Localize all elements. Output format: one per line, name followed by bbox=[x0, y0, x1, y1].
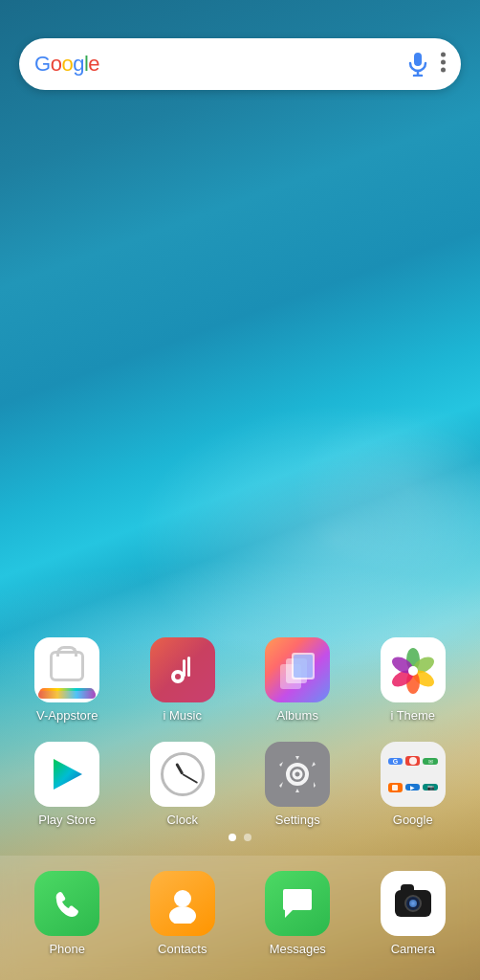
clock-label: Clock bbox=[166, 813, 198, 827]
svg-rect-0 bbox=[414, 53, 422, 66]
app-playstore[interactable]: Play Store bbox=[19, 742, 115, 827]
svg-rect-25 bbox=[392, 785, 398, 791]
svg-point-3 bbox=[441, 53, 446, 57]
bag-shape bbox=[50, 651, 84, 681]
contacts-icon bbox=[150, 871, 215, 936]
svg-point-26 bbox=[174, 890, 191, 907]
clock-face bbox=[161, 752, 205, 796]
clock-icon bbox=[150, 742, 215, 807]
google-folder-label: Google bbox=[393, 813, 433, 827]
app-imusic[interactable]: i Music bbox=[135, 637, 230, 723]
messages-icon bbox=[265, 871, 330, 936]
camera-lens bbox=[404, 895, 422, 912]
google-folder-icon: G ✉ ▶ 📷 bbox=[381, 742, 446, 807]
app-albums[interactable]: Albums bbox=[250, 637, 345, 723]
svg-point-24 bbox=[409, 757, 417, 765]
svg-point-5 bbox=[441, 68, 446, 73]
svg-rect-8 bbox=[183, 659, 185, 677]
svg-point-20 bbox=[408, 666, 418, 676]
mic-icon[interactable] bbox=[408, 52, 427, 77]
albums-label: Albums bbox=[277, 708, 318, 723]
camera-label: Camera bbox=[391, 942, 435, 956]
camera-body bbox=[395, 890, 431, 917]
app-clock[interactable]: Clock bbox=[135, 742, 230, 827]
albums-icon bbox=[265, 637, 330, 702]
camera-icon bbox=[381, 871, 446, 936]
page-dot-1 bbox=[229, 834, 236, 841]
app-vappstore[interactable]: V-Appstore bbox=[19, 637, 115, 723]
itheme-icon bbox=[381, 637, 446, 702]
app-settings[interactable]: Settings bbox=[250, 742, 345, 827]
app-itheme[interactable]: i Theme bbox=[365, 637, 461, 723]
contacts-label: Contacts bbox=[158, 942, 207, 956]
dock-contacts[interactable]: Contacts bbox=[135, 871, 230, 956]
svg-point-4 bbox=[441, 60, 446, 65]
itheme-label: i Theme bbox=[390, 708, 435, 723]
imusic-icon bbox=[150, 637, 215, 702]
search-actions bbox=[408, 52, 446, 77]
dock-camera[interactable]: Camera bbox=[365, 871, 461, 956]
app-google-folder[interactable]: G ✉ ▶ 📷 Google bbox=[365, 742, 461, 827]
svg-point-7 bbox=[175, 674, 181, 679]
dock: Phone Contacts Messages bbox=[0, 856, 480, 980]
home-screen: Google bbox=[0, 0, 480, 980]
messages-label: Messages bbox=[270, 942, 326, 956]
svg-rect-9 bbox=[187, 657, 190, 677]
imusic-label: i Music bbox=[164, 708, 202, 723]
page-dot-2 bbox=[244, 834, 251, 841]
vappstore-label: V-Appstore bbox=[36, 708, 98, 723]
settings-label: Settings bbox=[275, 813, 320, 827]
svg-point-27 bbox=[169, 906, 196, 924]
app-grid: V-Appstore i Music bbox=[0, 637, 480, 846]
phone-icon bbox=[34, 871, 99, 936]
page-indicators bbox=[0, 834, 480, 841]
phone-label: Phone bbox=[49, 942, 85, 956]
minute-hand bbox=[182, 773, 198, 784]
playstore-label: Play Store bbox=[38, 813, 96, 827]
vappstore-icon bbox=[34, 637, 99, 702]
more-options-icon[interactable] bbox=[441, 52, 446, 77]
dock-phone[interactable]: Phone bbox=[19, 871, 115, 956]
search-bar[interactable]: Google bbox=[19, 38, 461, 90]
app-row-1: V-Appstore i Music bbox=[10, 637, 470, 723]
settings-icon bbox=[265, 742, 330, 807]
dock-messages[interactable]: Messages bbox=[250, 871, 345, 956]
playstore-icon bbox=[34, 742, 99, 807]
app-row-2: Play Store Clock bbox=[10, 742, 470, 827]
google-logo: Google bbox=[34, 52, 99, 77]
svg-rect-13 bbox=[294, 655, 313, 678]
